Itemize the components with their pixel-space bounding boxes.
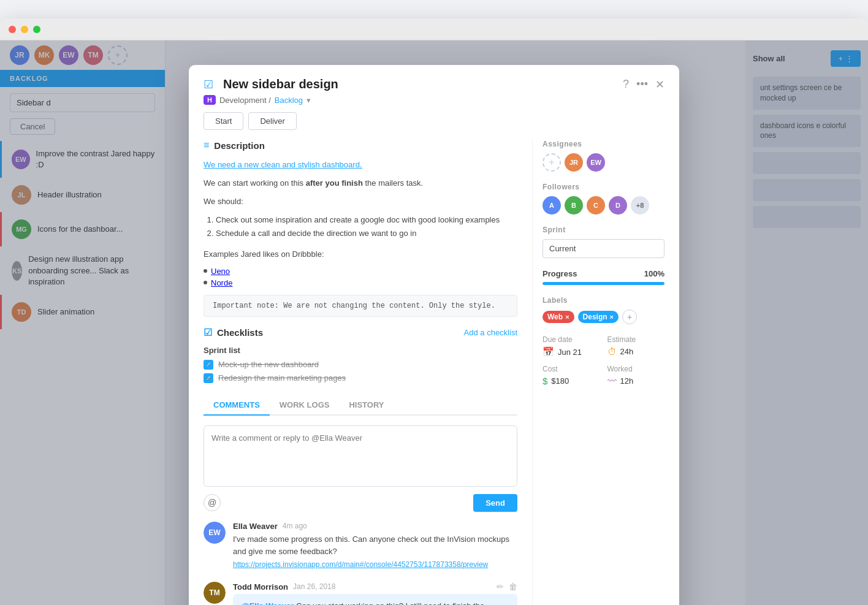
activity-icon: 〰 (607, 376, 617, 386)
bullet-link-ueno: Ueno (204, 267, 517, 276)
checklists-section: ☑ Checklists Add a checklist Sprint list… (204, 327, 517, 383)
ella-avatar: EW (204, 522, 226, 544)
start-button[interactable]: Start (204, 112, 243, 130)
checklist-icon: ☑ (204, 327, 212, 338)
dollar-icon: $ (542, 376, 547, 386)
label-web: Web × (542, 311, 574, 323)
checklist-item-2: ✓ Redesign the main marketing pages (204, 373, 517, 383)
description-icon: ≡ (204, 140, 209, 151)
delete-comment-button[interactable]: 🗑 (509, 582, 517, 592)
modal-toolbar: Start Deliver (189, 112, 679, 140)
progress-section: Progress 100% (542, 269, 664, 285)
ella-comment-meta: Ella Weaver 4m ago (233, 522, 517, 531)
todd-time: Jan 26, 2018 (293, 582, 335, 591)
assignee-2: EW (587, 153, 605, 172)
remove-web-label-btn[interactable]: × (565, 313, 569, 321)
labels-section: Labels Web × Design × + (542, 296, 664, 324)
ella-comment-link[interactable]: https://projects.invisionapp.com/d/main#… (233, 560, 488, 569)
bullet-dot (204, 269, 207, 273)
follower-2: B (565, 196, 583, 215)
sprint-list-title: Sprint list (204, 346, 517, 355)
todd-comment-bubble: @Ella Weaver Can you start working on th… (233, 594, 517, 605)
breadcrumb-link[interactable]: Backlog (275, 96, 303, 105)
meta-grid: Due date 📅 Jun 21 Estimate ⏱ 2 (542, 335, 664, 386)
assignees-section: Assignees + JR EW (542, 140, 664, 172)
progress-row: Progress 100% (542, 269, 664, 278)
todd-comment-body: Todd Morrison Jan 26, 2018 ✏ 🗑 @Ella Wea… (233, 582, 517, 605)
maximize-window-btn[interactable] (33, 26, 40, 33)
checklists-title: ☑ Checklists (204, 327, 263, 338)
comment-textarea[interactable] (211, 433, 509, 476)
bullet-link-norde: Norde (204, 278, 517, 287)
description-title: ≡ Description (204, 140, 517, 151)
cost-item: Cost $ $180 (542, 365, 600, 386)
add-checklist-link[interactable]: Add a checklist (464, 328, 517, 337)
labels-row: Web × Design × + (542, 310, 664, 324)
clock-icon: ⏱ (607, 346, 617, 357)
comment-ella: EW Ella Weaver 4m ago I've made some pro… (204, 522, 517, 570)
comment-footer: @ Send (204, 494, 517, 512)
modal-overlay: ☑ New sidebar design ? ••• ✕ H Developme… (0, 40, 868, 605)
modal-main: ≡ Description We need a new clean and st… (189, 140, 532, 605)
comment-input-area (204, 425, 517, 487)
sprint-select[interactable]: Current (542, 239, 664, 258)
mac-titlebar (0, 18, 868, 40)
mention-button[interactable]: @ (204, 494, 221, 511)
ueno-link[interactable]: Ueno (211, 267, 230, 276)
followers-section: Followers A B C D +8 (542, 183, 664, 215)
more-options-button[interactable]: ••• (636, 78, 648, 91)
progress-label: Progress (542, 269, 577, 278)
due-date-label: Due date (542, 335, 600, 344)
bullet-dot (204, 281, 207, 284)
content-tabs: COMMENTS WORK LOGS HISTORY (204, 395, 517, 416)
todd-comment-actions: ✏ 🗑 (497, 582, 517, 592)
cost-label: Cost (542, 365, 600, 373)
task-check-icon: ☑ (204, 78, 217, 91)
ella-comment-text: I've made some progress on this. Can any… (233, 533, 517, 559)
deliver-button[interactable]: Deliver (248, 112, 296, 130)
help-button[interactable]: ? (623, 78, 629, 91)
label-design: Design × (578, 311, 619, 323)
minimize-window-btn[interactable] (21, 26, 28, 33)
meta-section: Due date 📅 Jun 21 Estimate ⏱ 2 (542, 335, 664, 386)
send-button[interactable]: Send (473, 494, 517, 512)
remove-design-label-btn[interactable]: × (610, 313, 614, 321)
task-modal: ☑ New sidebar design ? ••• ✕ H Developme… (189, 65, 679, 605)
checkbox-1[interactable]: ✓ (204, 360, 213, 370)
description-we-should: We should: (204, 195, 517, 208)
description-section: ≡ Description We need a new clean and st… (204, 140, 517, 317)
description-list: Check out some inspiration and create a … (204, 213, 517, 240)
checklist-item-1: ✓ Mock-up the new dashboard (204, 360, 517, 370)
add-assignee-button[interactable]: + (542, 153, 561, 172)
followers-more-badge: +8 (631, 196, 649, 215)
sprint-label: Sprint (542, 226, 664, 234)
norde-link[interactable]: Norde (211, 278, 232, 287)
checkbox-2[interactable]: ✓ (204, 373, 213, 383)
modal-actions: ? ••• ✕ (623, 78, 664, 91)
sprint-section: Sprint Current (542, 226, 664, 258)
close-modal-button[interactable]: ✕ (655, 78, 664, 91)
followers-row: A B C D +8 (542, 196, 664, 215)
followers-label: Followers (542, 183, 664, 191)
progress-bar-fill (542, 282, 664, 285)
worked-value: 〰 12h (607, 376, 665, 386)
modal-title-row: ☑ New sidebar design (204, 77, 338, 91)
description-paragraph-1: We can start working on this after you f… (204, 177, 517, 190)
worked-label: Worked (607, 365, 665, 373)
todd-comment-meta: Todd Morrison Jan 26, 2018 ✏ 🗑 (233, 582, 517, 592)
modal-title: New sidebar design (223, 77, 338, 91)
breadcrumb-badge: H (204, 95, 216, 105)
add-label-button[interactable]: + (622, 310, 637, 324)
comment-todd: TM Todd Morrison Jan 26, 2018 ✏ 🗑 (204, 582, 517, 605)
follower-4: D (609, 196, 627, 215)
close-window-btn[interactable] (9, 26, 16, 33)
due-date-item: Due date 📅 Jun 21 (542, 335, 600, 357)
tab-history[interactable]: HISTORY (339, 395, 394, 416)
tab-worklogs[interactable]: WORK LOGS (270, 395, 340, 416)
edit-comment-button[interactable]: ✏ (497, 582, 504, 592)
calendar-icon: 📅 (542, 346, 554, 357)
tab-comments[interactable]: COMMENTS (204, 395, 270, 416)
cost-value: $ $180 (542, 376, 600, 386)
estimate-label: Estimate (607, 335, 665, 344)
assignees-label: Assignees (542, 140, 664, 148)
